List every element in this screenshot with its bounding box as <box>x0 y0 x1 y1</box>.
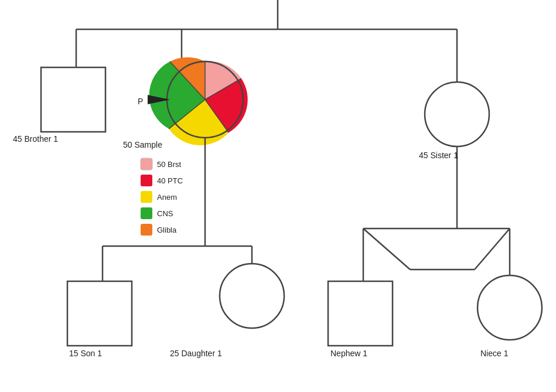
svg-rect-45 <box>141 207 152 219</box>
svg-text:Anem: Anem <box>157 193 177 202</box>
svg-text:Glibla: Glibla <box>157 226 177 234</box>
brother1-shape <box>41 67 105 132</box>
svg-rect-43 <box>141 191 152 203</box>
sister1-shape <box>425 82 489 146</box>
svg-text:P: P <box>138 97 143 106</box>
svg-rect-47 <box>141 224 152 236</box>
son1-shape <box>67 281 132 346</box>
niece1-shape <box>477 275 542 340</box>
svg-rect-41 <box>141 175 152 186</box>
svg-text:45  Brother 1: 45 Brother 1 <box>13 134 58 144</box>
svg-text:45  Sister 1: 45 Sister 1 <box>419 151 458 160</box>
svg-text:Niece 1: Niece 1 <box>480 349 509 358</box>
svg-text:Nephew 1: Nephew 1 <box>330 349 367 358</box>
svg-text:50  Sample: 50 Sample <box>123 140 162 149</box>
svg-text:15  Son 1: 15 Son 1 <box>69 349 102 358</box>
svg-rect-39 <box>141 158 152 170</box>
svg-text:50  Brst: 50 Brst <box>157 160 182 169</box>
svg-line-26 <box>475 229 510 270</box>
nephew1-shape <box>328 281 393 346</box>
svg-line-25 <box>363 229 410 270</box>
daughter1-shape <box>220 264 284 328</box>
svg-text:40  PTC: 40 PTC <box>157 176 183 185</box>
svg-text:25  Daughter 1: 25 Daughter 1 <box>170 349 222 358</box>
svg-text:CNS: CNS <box>157 209 173 218</box>
sample-shape <box>167 62 243 138</box>
